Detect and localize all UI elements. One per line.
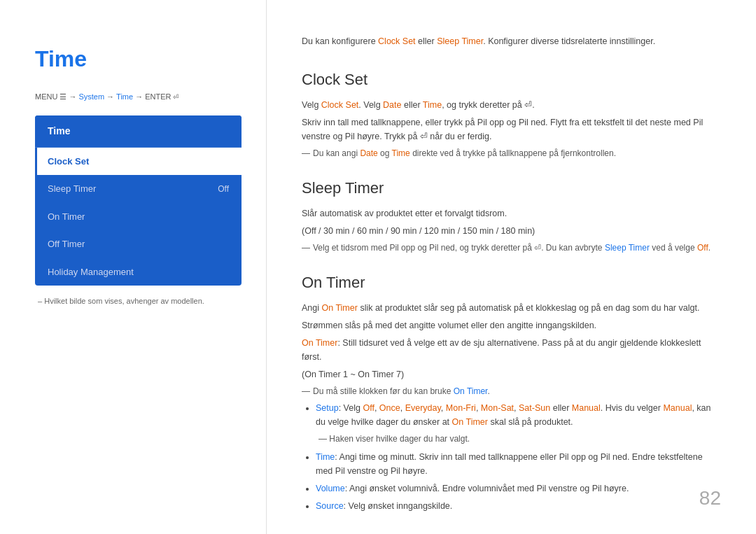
left-panel: Time MENU ☰ → System → Time → ENTER ⏎ Ti… <box>0 0 266 534</box>
right-panel: Du kan konfigurere Clock Set eller Sleep… <box>266 0 756 534</box>
on-timer-para1: Angi On Timer slik at produktet slår seg… <box>302 301 721 315</box>
sleep-timer-badge: Off <box>218 183 229 195</box>
menu-item-clock-set[interactable]: Clock Set <box>35 148 241 176</box>
menu-label: MENU <box>35 91 57 103</box>
arrow1: → <box>69 91 76 103</box>
clock-set-section: Clock Set Velg Clock Set. Velg Date elle… <box>302 68 721 160</box>
menu-box: Time Clock Set Sleep Timer Off On Timer … <box>35 115 241 286</box>
bullet-time: Time: Angi time og minutt. Skriv inn tal… <box>316 450 721 478</box>
menu-item-off-timer[interactable]: Off Timer <box>35 230 241 258</box>
enter-icon: ⏎ <box>173 92 178 102</box>
menu-header: Time <box>35 115 241 148</box>
sleep-timer-options: (Off / 30 min / 60 min / 90 min / 120 mi… <box>302 224 721 238</box>
menu-item-holiday-management[interactable]: Holiday Management <box>35 258 241 286</box>
page-number: 82 <box>699 484 721 513</box>
sleep-timer-ref: Sleep Timer <box>437 36 483 46</box>
arrow2: → <box>106 91 114 103</box>
on-timer-bullets: Setup: Velg Off, Once, Everyday, Mon-Fri… <box>316 401 721 512</box>
intro-text: Du kan konfigurere Clock Set eller Sleep… <box>302 35 721 48</box>
clock-set-note: Du kan angi Date og Time direkte ved å t… <box>302 147 721 160</box>
sleep-timer-note: Velg et tidsrom med Pil opp og Pil ned, … <box>302 241 721 254</box>
sleep-timer-title: Sleep Timer <box>302 176 721 199</box>
on-timer-title: On Timer <box>302 271 721 294</box>
enter-label: ENTER <box>145 91 171 103</box>
menu-item-label: Sleep Timer <box>48 182 96 196</box>
on-timer-para3: On Timer: Still tidsuret ved å velge ett… <box>302 336 721 364</box>
menu-item-label: On Timer <box>48 210 85 224</box>
on-timer-note: Du må stille klokken før du kan bruke On… <box>302 385 721 398</box>
page-title: Time <box>35 42 245 76</box>
clock-set-para2: Skriv inn tall med tallknappene, eller t… <box>302 115 721 143</box>
menu-icon: ☰ <box>59 91 66 103</box>
menu-item-label: Off Timer <box>48 237 85 251</box>
clock-set-para1: Velg Clock Set. Velg Date eller Time, og… <box>302 98 721 112</box>
breadcrumb: MENU ☰ → System → Time → ENTER ⏎ <box>35 91 245 103</box>
menu-item-on-timer[interactable]: On Timer <box>35 203 241 231</box>
clock-set-ref: Clock Set <box>378 36 416 46</box>
sleep-timer-para1: Slår automatisk av produktet etter et fo… <box>302 206 721 220</box>
bullet-source: Source: Velg ønsket inngangskilde. <box>316 499 721 513</box>
menu-item-sleep-timer[interactable]: Sleep Timer Off <box>35 175 241 203</box>
menu-item-label: Clock Set <box>48 155 89 169</box>
bullet-volume: Volume: Angi ønsket volumnivå. Endre vol… <box>316 482 721 496</box>
bullet-setup-note: ― Haken viser hvilke dager du har valgt. <box>313 433 721 446</box>
clock-set-title: Clock Set <box>302 68 721 91</box>
image-note: Hvilket bilde som vises, avhenger av mod… <box>35 295 245 307</box>
on-timer-para2: Strømmen slås på med det angitte volumet… <box>302 318 721 332</box>
system-label: System <box>78 91 104 103</box>
time-label: Time <box>116 91 133 103</box>
on-timer-options: (On Timer 1 ~ On Timer 7) <box>302 367 721 381</box>
menu-item-label: Holiday Management <box>48 265 134 279</box>
arrow3: → <box>135 91 143 103</box>
sleep-timer-section: Sleep Timer Slår automatisk av produktet… <box>302 176 721 254</box>
on-timer-section: On Timer Angi On Timer slik at produktet… <box>302 271 721 512</box>
bullet-setup: Setup: Velg Off, Once, Everyday, Mon-Fri… <box>316 401 721 429</box>
